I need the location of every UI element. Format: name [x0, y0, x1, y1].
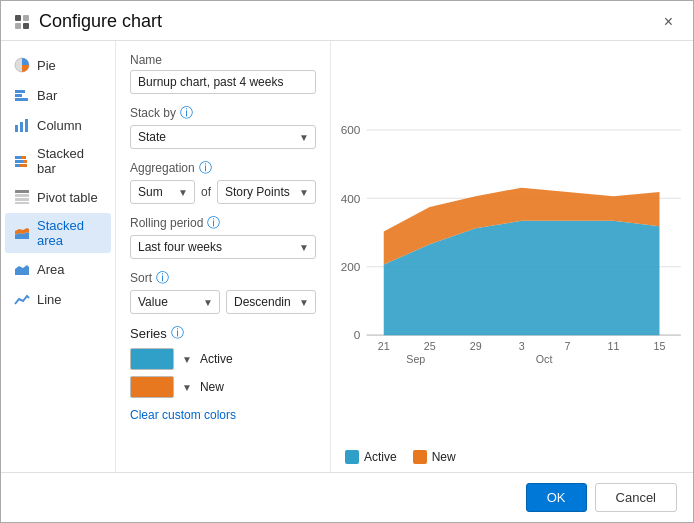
series-color-active[interactable]: [130, 348, 174, 370]
legend-item-active: Active: [345, 450, 397, 464]
sort-by-select[interactable]: Value Name: [130, 290, 220, 314]
series-new-label: New: [200, 380, 224, 394]
sort-dir-select[interactable]: Descending Ascending: [226, 290, 316, 314]
series-color-new[interactable]: [130, 376, 174, 398]
line-icon: [13, 290, 31, 308]
name-label: Name: [130, 53, 316, 67]
series-section: Series ⓘ ▼ Active ▼ New Clear custom col…: [130, 324, 316, 422]
stack-by-label: Stack by: [130, 106, 176, 120]
svg-rect-0: [15, 15, 21, 21]
configure-chart-dialog: Configure chart × Pie: [0, 0, 694, 523]
svg-text:25: 25: [424, 340, 436, 352]
column-icon: [13, 116, 31, 134]
series-new-arrow-icon[interactable]: ▼: [182, 382, 192, 393]
chart-type-pivot[interactable]: Pivot table: [5, 183, 111, 211]
series-item-new: ▼ New: [130, 376, 316, 398]
chart-type-area-label: Area: [37, 262, 64, 277]
svg-rect-13: [15, 160, 23, 163]
chart-container: 600 400 200 0: [341, 51, 683, 444]
agg-of-text: of: [201, 185, 211, 199]
svg-text:21: 21: [378, 340, 390, 352]
chart-legend: Active New: [341, 444, 683, 466]
chart-type-list: Pie Bar: [1, 41, 116, 472]
svg-rect-18: [15, 194, 29, 197]
agg-field-select[interactable]: Story Points Count Effort: [217, 180, 316, 204]
svg-rect-15: [15, 164, 20, 167]
name-field-group: Name: [130, 53, 316, 94]
rolling-period-info-icon[interactable]: ⓘ: [207, 214, 220, 232]
chart-type-bar[interactable]: Bar: [5, 81, 111, 109]
svg-rect-9: [20, 122, 23, 132]
legend-color-active: [345, 450, 359, 464]
stacked-bar-icon: [13, 152, 31, 170]
svg-rect-20: [15, 202, 29, 204]
series-active-label: Active: [200, 352, 233, 366]
bar-icon: [13, 86, 31, 104]
svg-rect-16: [20, 164, 27, 167]
clear-custom-colors-link[interactable]: Clear custom colors: [130, 408, 236, 422]
chart-svg: 600 400 200 0: [341, 51, 683, 444]
svg-rect-17: [15, 190, 29, 193]
pie-icon: [13, 56, 31, 74]
name-input[interactable]: [130, 70, 316, 94]
stacked-area-icon: [13, 224, 31, 242]
series-item-active: ▼ Active: [130, 348, 316, 370]
sort-group: Sort ⓘ Value Name ▼ Descending A: [130, 269, 316, 314]
svg-rect-5: [15, 90, 25, 93]
config-panel: Name Stack by ⓘ State Type Priority ▼: [116, 41, 331, 472]
stack-by-group: Stack by ⓘ State Type Priority ▼: [130, 104, 316, 149]
ok-button[interactable]: OK: [526, 483, 587, 512]
dialog-footer: OK Cancel: [1, 472, 693, 522]
svg-text:400: 400: [341, 192, 361, 205]
chart-type-column-label: Column: [37, 118, 82, 133]
chart-type-line-label: Line: [37, 292, 62, 307]
agg-func-select[interactable]: Sum Count Average: [130, 180, 195, 204]
chart-type-column[interactable]: Column: [5, 111, 111, 139]
legend-color-new: [413, 450, 427, 464]
svg-rect-1: [23, 15, 29, 21]
legend-label-active: Active: [364, 450, 397, 464]
svg-text:29: 29: [470, 340, 482, 352]
chart-type-line[interactable]: Line: [5, 285, 111, 313]
dialog-title: Configure chart: [39, 11, 162, 32]
legend-item-new: New: [413, 450, 456, 464]
legend-label-new: New: [432, 450, 456, 464]
close-button[interactable]: ×: [660, 12, 677, 32]
aggregation-group: Aggregation ⓘ Sum Count Average ▼ of: [130, 159, 316, 204]
rolling-period-select[interactable]: Last four weeks Last eight weeks Last tw…: [130, 235, 316, 259]
cancel-button[interactable]: Cancel: [595, 483, 677, 512]
svg-text:Oct: Oct: [536, 353, 553, 365]
svg-rect-6: [15, 94, 22, 97]
pivot-icon: [13, 188, 31, 206]
chart-type-pivot-label: Pivot table: [37, 190, 98, 205]
aggregation-label: Aggregation: [130, 161, 195, 175]
svg-text:600: 600: [341, 123, 361, 136]
series-label: Series: [130, 326, 167, 341]
stack-by-info-icon[interactable]: ⓘ: [180, 104, 193, 122]
dialog-body: Pie Bar: [1, 41, 693, 472]
svg-rect-19: [15, 198, 29, 201]
chart-type-stacked-area-label: Stacked area: [37, 218, 103, 248]
area-icon: [13, 260, 31, 278]
chart-type-stacked-bar[interactable]: Stacked bar: [5, 141, 111, 181]
svg-rect-8: [15, 125, 18, 132]
aggregation-info-icon[interactable]: ⓘ: [199, 159, 212, 177]
chart-type-stacked-bar-label: Stacked bar: [37, 146, 103, 176]
chart-type-bar-label: Bar: [37, 88, 57, 103]
svg-text:11: 11: [608, 340, 620, 352]
series-active-arrow-icon[interactable]: ▼: [182, 354, 192, 365]
chart-type-pie[interactable]: Pie: [5, 51, 111, 79]
svg-rect-11: [15, 156, 21, 159]
svg-text:7: 7: [565, 340, 571, 352]
title-bar: Configure chart ×: [1, 1, 693, 41]
chart-type-area[interactable]: Area: [5, 255, 111, 283]
chart-type-stacked-area[interactable]: Stacked area: [5, 213, 111, 253]
dialog-icon: [13, 13, 31, 31]
svg-rect-12: [21, 156, 26, 159]
sort-info-icon[interactable]: ⓘ: [156, 269, 169, 287]
chart-preview-area: 600 400 200 0: [331, 41, 693, 472]
stack-by-select[interactable]: State Type Priority: [130, 125, 316, 149]
series-info-icon[interactable]: ⓘ: [171, 324, 184, 342]
svg-text:Sep: Sep: [406, 353, 425, 365]
svg-text:15: 15: [654, 340, 666, 352]
